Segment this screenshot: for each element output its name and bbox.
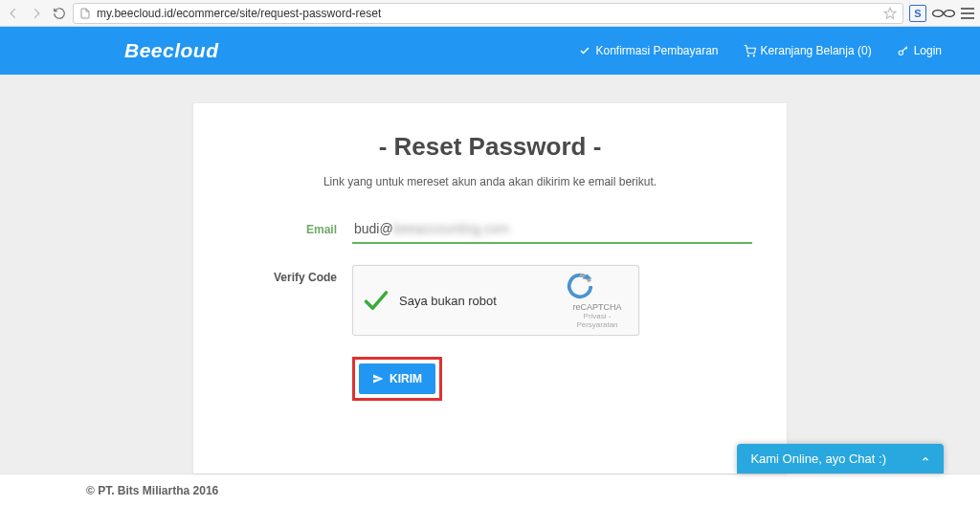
email-field[interactable]: budi@beeaccounting.com <box>352 217 752 244</box>
bookmark-star-icon[interactable] <box>883 7 897 20</box>
site-footer: © PT. Bits Miliartha 2016 <box>0 473 980 506</box>
verify-label: Verify Code <box>228 265 352 284</box>
page-title: - Reset Password - <box>228 132 752 162</box>
submit-button-label: KIRIM <box>390 372 422 385</box>
recaptcha-branding: reCAPTCHA Privasi - Persyaratan <box>566 272 629 329</box>
recaptcha-brand-text: reCAPTCHA <box>566 302 629 312</box>
browser-forward-button[interactable] <box>29 6 44 21</box>
nav-label: Keranjang Belanja (0) <box>761 44 872 57</box>
nav-label: Login <box>914 44 942 57</box>
chat-widget[interactable]: Kami Online, ayo Chat :) <box>737 444 944 473</box>
recaptcha-checkmark-icon <box>363 287 390 314</box>
svg-point-3 <box>899 50 902 54</box>
nav-payment-confirmation[interactable]: Konfirmasi Pembayaran <box>579 44 718 57</box>
browser-reload-button[interactable] <box>52 6 67 21</box>
email-label: Email <box>228 217 352 236</box>
nav-label: Konfirmasi Pembayaran <box>595 44 718 57</box>
recaptcha-privacy-links[interactable]: Privasi - Persyaratan <box>566 312 629 329</box>
header-nav: Konfirmasi Pembayaran Keranjang Belanja … <box>579 44 942 57</box>
browser-back-button[interactable] <box>6 6 21 21</box>
form-row-verify: Verify Code Saya bukan robot reCAPTCHA P… <box>228 265 752 336</box>
browser-chrome: my.beecloud.id/ecommerce/site/request-pa… <box>0 0 980 27</box>
email-value-obscured: beeaccounting.com <box>393 221 509 236</box>
chevron-up-icon <box>921 454 930 464</box>
cart-icon <box>744 45 756 57</box>
browser-nav-group <box>6 6 67 21</box>
main-content: - Reset Password - Link yang untuk meres… <box>0 75 980 473</box>
recaptcha-label: Saya bukan robot <box>399 294 566 308</box>
recaptcha-logo-icon <box>566 272 629 300</box>
chat-widget-text: Kami Online, ayo Chat :) <box>750 451 886 466</box>
extension-s-icon[interactable]: S <box>909 5 926 22</box>
submit-area: KIRIM <box>352 357 752 401</box>
browser-extensions: S ⬭⬭ <box>909 5 974 22</box>
footer-copyright: © PT. Bits Miliartha 2016 <box>86 484 218 497</box>
highlight-annotation: KIRIM <box>352 357 442 401</box>
site-header: Beecloud Konfirmasi Pembayaran Keranjang… <box>0 27 980 75</box>
svg-point-1 <box>747 55 748 55</box>
recaptcha-widget[interactable]: Saya bukan robot reCAPTCHA Privasi - Per… <box>352 265 639 336</box>
extension-incognito-icon[interactable]: ⬭⬭ <box>932 5 955 21</box>
brand-logo[interactable]: Beecloud <box>124 39 219 62</box>
nav-shopping-cart[interactable]: Keranjang Belanja (0) <box>744 44 872 57</box>
check-icon <box>579 45 590 56</box>
browser-url-text: my.beecloud.id/ecommerce/site/request-pa… <box>97 7 878 20</box>
send-icon <box>372 373 384 385</box>
form-row-email: Email budi@beeaccounting.com <box>228 217 752 244</box>
page-subtitle: Link yang untuk mereset akun anda akan d… <box>228 175 752 188</box>
page-icon <box>79 7 91 20</box>
nav-login[interactable]: Login <box>897 44 942 57</box>
email-value-visible: budi@ <box>354 221 393 236</box>
svg-marker-0 <box>884 8 896 18</box>
submit-button[interactable]: KIRIM <box>359 363 435 394</box>
browser-address-bar[interactable]: my.beecloud.id/ecommerce/site/request-pa… <box>73 3 903 24</box>
svg-point-2 <box>753 55 754 55</box>
browser-menu-button[interactable] <box>961 8 974 19</box>
key-icon <box>897 45 909 57</box>
reset-password-card: - Reset Password - Link yang untuk meres… <box>193 103 787 473</box>
